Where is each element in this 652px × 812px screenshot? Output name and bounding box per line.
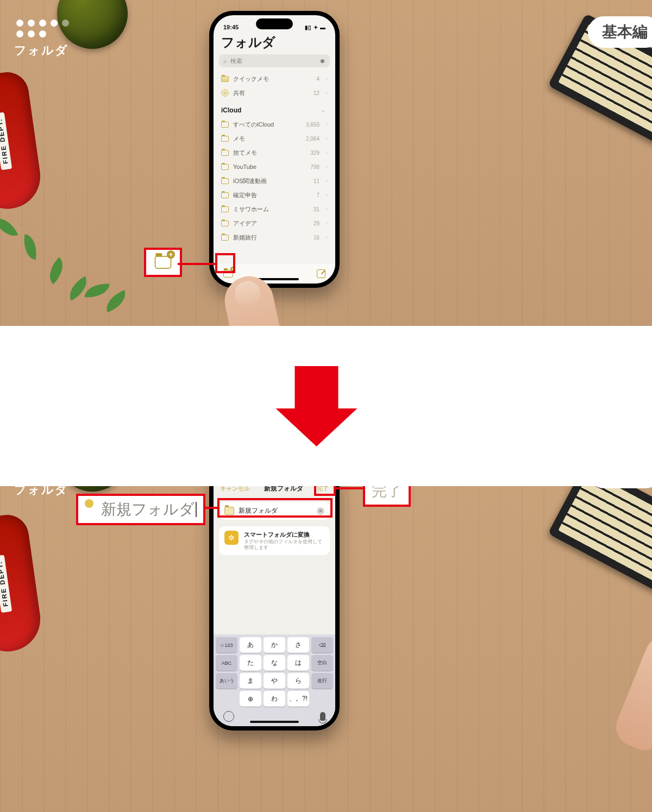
prop-toy-car — [0, 512, 45, 656]
status-icons: ▮▯ ✦ ▬ — [305, 24, 325, 30]
key[interactable]: あいう — [216, 673, 237, 689]
callout-done-label: 完了 — [372, 486, 402, 501]
list-item[interactable]: メモ2,064› — [219, 131, 330, 146]
list-item-count: 329 — [310, 150, 322, 156]
folder-name-value: 新規フォルダ — [239, 506, 312, 515]
keyboard-row: ☆123 あ か さ ⌫ — [216, 637, 333, 653]
keyboard-bottom-row — [216, 709, 333, 722]
tutorial-stage-1: フォルダ 基本編 19:45 ▮▯ ✦ ▬ フォルダ ⌕ 検索 ⏺ クイックメモ… — [0, 0, 652, 326]
list-item[interactable]: アイデア29› — [219, 216, 330, 230]
dynamic-island — [256, 18, 293, 29]
list-item-count: 12 — [314, 90, 322, 96]
list-item-label: YouTube — [233, 163, 256, 170]
list-item[interactable]: ☺共有12› — [219, 86, 330, 100]
key[interactable]: た — [240, 655, 261, 671]
list-item-label: アイデア — [233, 219, 257, 228]
prop-abacus — [548, 486, 652, 592]
dictate-icon[interactable] — [320, 712, 325, 721]
key[interactable]: か — [264, 637, 285, 653]
phone-device: 19:45 ▮▯ ✦ ▬ キャンセル 新規フォルダ 完了 新規フォルダ ✕ — [209, 486, 340, 731]
folder-icon — [221, 164, 229, 170]
key[interactable]: ま — [240, 673, 261, 689]
mic-icon[interactable]: ⏺ — [319, 58, 325, 64]
folder-icon — [224, 507, 234, 515]
new-folder-modal-screen: 19:45 ▮▯ ✦ ▬ キャンセル 新規フォルダ 完了 新規フォルダ ✕ — [214, 486, 335, 726]
new-folder-sheet: キャンセル 新規フォルダ 完了 新規フォルダ ✕ ✲ スマートフォルダに変換 タ… — [214, 486, 335, 726]
key[interactable]: ABC — [216, 655, 237, 671]
key[interactable]: さ — [287, 637, 309, 653]
list-item[interactable]: 新婚旅行16› — [219, 230, 330, 244]
smart-folder-title: スマートフォルダに変換 — [244, 531, 324, 539]
clear-text-button[interactable]: ✕ — [317, 507, 324, 515]
list-item[interactable]: クイックメモ4› — [219, 72, 330, 86]
list-item-count: 798 — [310, 164, 322, 170]
page-title: フォルダ — [214, 32, 335, 54]
callout-done-enlarged: 完了 — [363, 486, 411, 507]
key[interactable]: あ — [240, 637, 261, 653]
key[interactable]: な — [264, 655, 285, 671]
compose-button[interactable] — [317, 269, 325, 278]
list-item-label: 新婚旅行 — [233, 234, 257, 242]
keyboard-row: ⊕ わ 、。?! — [216, 691, 333, 707]
gear-icon: ✲ — [224, 531, 239, 545]
search-icon: ⌕ — [223, 58, 227, 64]
key[interactable]: 、。?! — [287, 691, 309, 707]
folder-icon — [221, 178, 229, 184]
list-item[interactable]: YouTube798› — [219, 160, 330, 174]
key[interactable]: ら — [287, 673, 309, 689]
folder-list[interactable]: クイックメモ4› ☺共有12› iCloud⌄ すべてのiCloud3,650›… — [214, 72, 335, 264]
list-item-count: 7 — [316, 192, 322, 198]
list-item[interactable]: ミサワホーム31› — [219, 202, 330, 216]
phone-device: 19:45 ▮▯ ✦ ▬ フォルダ ⌕ 検索 ⏺ クイックメモ4› ☺共有12›… — [209, 11, 340, 288]
done-button[interactable]: 完了 — [317, 486, 329, 493]
sheet-title: 新規フォルダ — [264, 486, 303, 493]
callout-input-enlarged: 新規フォルダ — [76, 494, 205, 525]
overlay-dots-row2 — [16, 30, 46, 37]
chevron-right-icon: › — [326, 90, 328, 96]
chevron-right-icon: › — [326, 136, 328, 141]
chevron-right-icon: › — [326, 235, 328, 240]
search-input[interactable]: ⌕ 検索 ⏺ — [219, 54, 330, 67]
keyboard-row: あいう ま や ら 改行 — [216, 673, 333, 689]
chevron-right-icon: › — [326, 192, 328, 198]
list-item-label: すべてのiCloud — [233, 121, 274, 129]
shared-icon: ☺ — [221, 89, 229, 97]
chevron-right-icon: › — [326, 122, 328, 127]
key[interactable]: ☆123 — [216, 637, 237, 653]
folder-icon — [221, 221, 229, 226]
key-space[interactable]: 空白 — [311, 655, 333, 671]
key[interactable]: や — [264, 673, 285, 689]
list-item-count: 16 — [314, 235, 322, 241]
callout-connector — [336, 487, 363, 489]
list-item-label: 共有 — [233, 89, 245, 97]
section-header[interactable]: iCloud⌄ — [219, 103, 330, 117]
home-indicator[interactable] — [250, 721, 299, 723]
list-item[interactable]: iOS関連動画11› — [219, 174, 330, 188]
step-divider — [0, 326, 652, 486]
list-item-label: メモ — [233, 135, 245, 143]
smart-folder-option[interactable]: ✲ スマートフォルダに変換 タグやその他のフィルタを使用して整理します — [219, 526, 330, 555]
key[interactable]: は — [287, 655, 309, 671]
key[interactable]: わ — [264, 691, 285, 707]
globe-icon[interactable] — [223, 711, 234, 722]
chevron-right-icon: › — [326, 150, 328, 155]
prop-toy-car — [0, 70, 45, 213]
new-folder-button[interactable] — [223, 270, 233, 278]
cancel-button[interactable]: キャンセル — [220, 486, 250, 493]
overlay-badge: 基本編 — [588, 16, 652, 48]
list-item[interactable]: すべてのiCloud3,650› — [219, 117, 330, 131]
list-item[interactable]: 捨てメモ329› — [219, 146, 330, 160]
status-time: 19:45 — [223, 24, 239, 30]
folder-name-input[interactable]: 新規フォルダ ✕ — [219, 502, 330, 520]
list-item-label: 捨てメモ — [233, 149, 257, 157]
keyboard[interactable]: ☆123 あ か さ ⌫ ABC た な は 空白 あいう — [214, 634, 335, 726]
key[interactable]: ⊕ — [240, 691, 261, 707]
list-item[interactable]: 確定申告7› — [219, 188, 330, 202]
flow-arrow-icon — [295, 366, 358, 446]
key-delete[interactable]: ⌫ — [311, 637, 333, 653]
folder-icon — [221, 206, 229, 212]
folder-icon — [221, 150, 229, 156]
battery-icon: ▬ — [320, 24, 325, 30]
key-return[interactable]: 改行 — [311, 673, 333, 689]
list-item-count: 29 — [314, 221, 322, 226]
